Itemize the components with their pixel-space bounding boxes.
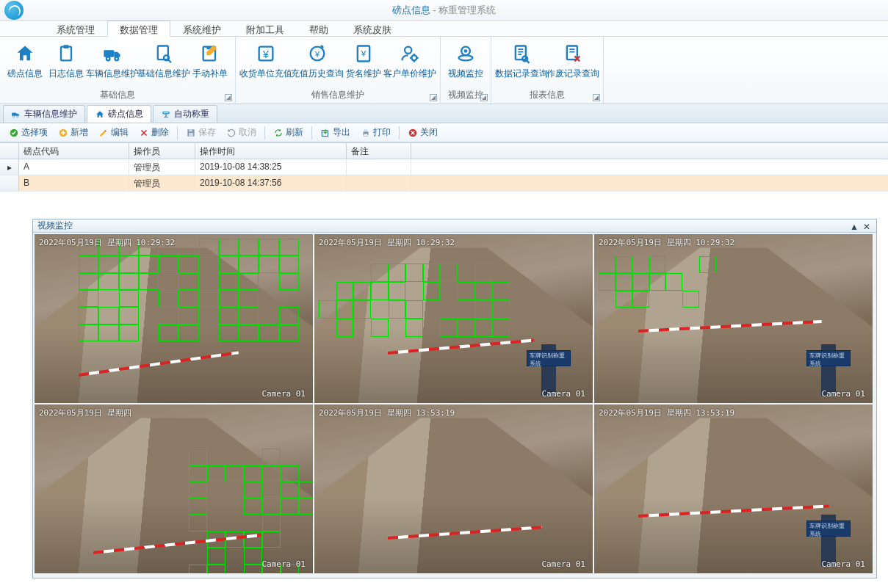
- plus-icon: [58, 128, 68, 138]
- doc-tab-0[interactable]: 车辆信息维护: [3, 105, 85, 123]
- grid-header: 磅点代码 操作员 操作时间 备注: [0, 143, 888, 159]
- ribbon-btn-yen-refresh[interactable]: ¥充值历史查询: [292, 40, 343, 87]
- camera-grid: 2022年05月19日 星期四 10:29:32Camera 01车牌识别称重系…: [33, 233, 876, 575]
- camera-timestamp: 2022年05月19日 星期四 10:29:32: [319, 237, 455, 248]
- ribbon-btn-edit[interactable]: 手动补单: [189, 40, 231, 87]
- svg-text:¥: ¥: [361, 48, 367, 58]
- data-grid[interactable]: 磅点代码 操作员 操作时间 备注 ▸A管理员2019-10-08 14:38:2…: [0, 142, 888, 192]
- menu-2[interactable]: 系统维护: [170, 21, 234, 36]
- x-icon: [139, 128, 149, 138]
- toolbar-x-button[interactable]: 删除: [134, 125, 173, 140]
- dialog-launcher-icon[interactable]: [430, 94, 437, 101]
- menu-1[interactable]: 数据管理: [107, 21, 170, 37]
- motion-grid-icon: [79, 239, 299, 341]
- ribbon-btn-camera[interactable]: 视频监控: [445, 40, 486, 87]
- doc-tab-2[interactable]: 自动称重: [153, 105, 217, 123]
- ribbon-btn-home[interactable]: 磅点信息: [4, 40, 46, 87]
- video-monitor-panel: 视频监控 ▲ ✕ 2022年05月19日 星期四 10:29:32Camera …: [32, 219, 877, 578]
- toolbar-close-button[interactable]: 关闭: [403, 125, 442, 140]
- svg-point-3: [107, 57, 110, 61]
- ribbon-label: 货名维护: [346, 68, 381, 80]
- dialog-launcher-icon[interactable]: [480, 94, 488, 101]
- check-icon: [9, 128, 19, 138]
- col-time[interactable]: 操作时间: [195, 143, 347, 159]
- window-title: 磅点信息 - 称重管理系统: [392, 4, 497, 17]
- ribbon-label: 数据记录查询: [495, 68, 548, 80]
- ribbon-btn-doc-search[interactable]: 基础信息维护: [138, 40, 189, 87]
- yen-refresh-icon: ¥: [306, 43, 328, 65]
- menu-3[interactable]: 附加工具: [234, 21, 297, 36]
- toolbar-separator: [399, 126, 400, 139]
- camera-label: Camera 01: [821, 389, 865, 399]
- video-panel-title: 视频监控 ▲ ✕: [33, 219, 876, 233]
- dialog-launcher-icon[interactable]: [593, 94, 600, 101]
- camera-feed-1[interactable]: 2022年05月19日 星期四 10:29:32Camera 01: [35, 234, 313, 403]
- toolbar-label: 编辑: [111, 126, 129, 139]
- camera-timestamp: 2022年05月19日 星期四 13:53:19: [319, 407, 455, 418]
- table-row[interactable]: ▸A管理员2019-10-08 14:38:25: [0, 159, 888, 175]
- camera-feed-2[interactable]: 车牌识别称重系统2022年05月19日 星期四 10:29:32Camera 0…: [314, 234, 593, 403]
- toolbar-pencil-button[interactable]: 编辑: [94, 125, 133, 140]
- toolbar-label: 关闭: [420, 126, 438, 139]
- col-code[interactable]: 磅点代码: [19, 143, 129, 159]
- toolbar: 选择项新增编辑删除保存取消刷新导出打印关闭: [0, 123, 888, 142]
- doc-yen-icon: ¥: [353, 43, 375, 65]
- camera-feed-3[interactable]: 车牌识别称重系统2022年05月19日 星期四 10:29:32Camera 0…: [594, 234, 873, 403]
- svg-point-23: [12, 115, 14, 117]
- camera-label: Camera 01: [261, 559, 306, 569]
- ribbon-btn-truck[interactable]: 车辆信息维护: [87, 40, 138, 87]
- camera-feed-5[interactable]: 2022年05月19日 星期四 13:53:19Camera 01: [314, 404, 593, 573]
- menu-4[interactable]: 帮助: [297, 21, 341, 36]
- svg-text:¥: ¥: [314, 49, 320, 59]
- toolbar-label: 删除: [151, 126, 169, 139]
- menu-5[interactable]: 系统皮肤: [341, 21, 404, 36]
- toolbar-export-button[interactable]: 导出: [316, 125, 355, 140]
- toolbar-separator: [311, 126, 312, 139]
- toolbar-refresh-button[interactable]: 刷新: [269, 125, 308, 140]
- toolbar-check-button[interactable]: 选择项: [4, 125, 52, 140]
- ribbon-group-0: 磅点信息日志信息车辆信息维护基础信息维护手动补单基础信息: [0, 37, 236, 104]
- doc-tab-label: 磅点信息: [108, 108, 143, 120]
- ribbon-btn-doc-yen[interactable]: ¥货名维护: [343, 40, 384, 87]
- ribbon-btn-user-gear[interactable]: 客户单价维护: [384, 40, 436, 87]
- svg-point-14: [405, 47, 411, 54]
- camera-feed-6[interactable]: 车牌识别称重系统2022年05月19日 星期四 13:53:19Camera 0…: [594, 404, 873, 573]
- ribbon-btn-report-x[interactable]: 作废记录查询: [547, 40, 599, 87]
- ribbon-group-title: 报表信息: [491, 87, 603, 104]
- camera-label: Camera 01: [261, 389, 306, 399]
- svg-rect-19: [516, 46, 526, 60]
- dialog-launcher-icon[interactable]: [225, 94, 232, 101]
- ribbon: 磅点信息日志信息车辆信息维护基础信息维护手动补单基础信息¥收货单位充值¥充值历史…: [0, 37, 888, 104]
- toolbar-separator: [264, 126, 265, 139]
- toolbar-print-button[interactable]: 打印: [356, 125, 395, 140]
- row-indicator: [0, 175, 19, 191]
- camera-feed-4[interactable]: 2022年05月19日 星期四Camera 01: [35, 404, 313, 573]
- doc-tab-1[interactable]: 磅点信息: [87, 105, 151, 123]
- ribbon-btn-clipboard[interactable]: 日志信息: [46, 40, 87, 87]
- camera-label: Camera 01: [821, 559, 865, 569]
- video-title-text: 视频监控: [37, 219, 73, 232]
- ribbon-btn-report-search[interactable]: 数据记录查询: [496, 40, 547, 87]
- document-tabs: 车辆信息维护磅点信息自动称重: [0, 104, 888, 123]
- doc-tab-label: 车辆信息维护: [24, 108, 77, 120]
- undo-icon: [226, 128, 237, 138]
- svg-point-6: [164, 55, 169, 60]
- export-icon: [320, 128, 331, 138]
- col-note[interactable]: 备注: [347, 143, 411, 159]
- ribbon-btn-yen[interactable]: ¥收货单位充值: [240, 40, 292, 87]
- save-icon: [186, 128, 196, 138]
- table-row[interactable]: B管理员2019-10-08 14:37:56: [0, 175, 888, 192]
- ribbon-label: 车辆信息维护: [86, 68, 139, 80]
- close-icon[interactable]: ✕: [863, 222, 872, 231]
- menu-0[interactable]: 系统管理: [44, 21, 107, 36]
- svg-rect-2: [104, 50, 114, 57]
- camera-timestamp: 2022年05月19日 星期四 10:29:32: [39, 237, 175, 248]
- svg-rect-34: [364, 134, 368, 137]
- pin-icon[interactable]: ▲: [850, 222, 859, 231]
- toolbar-label: 新增: [71, 126, 88, 139]
- toolbar-plus-button[interactable]: 新增: [54, 125, 93, 140]
- col-operator[interactable]: 操作员: [129, 143, 195, 159]
- ribbon-group-title: 基础信息: [0, 87, 235, 104]
- grid-corner: [0, 143, 19, 159]
- refresh-icon: [273, 128, 284, 138]
